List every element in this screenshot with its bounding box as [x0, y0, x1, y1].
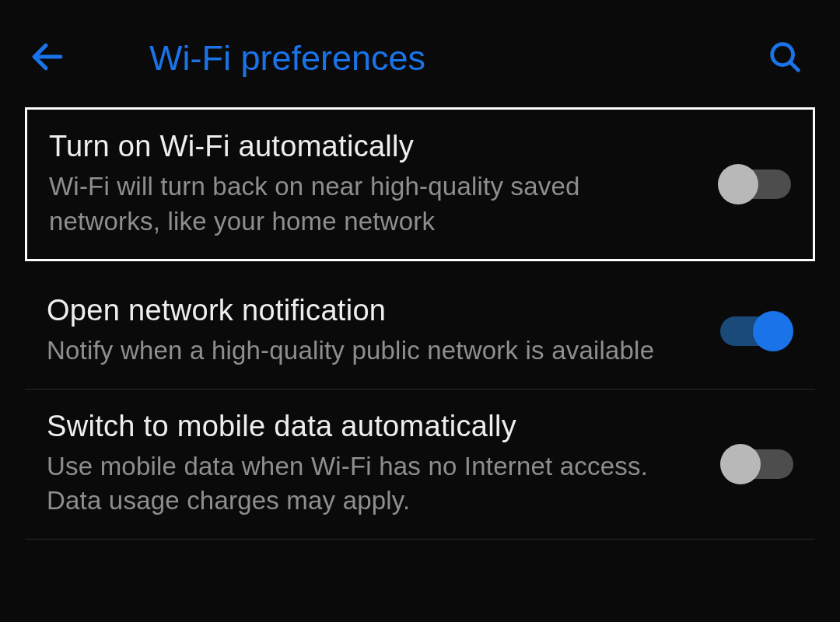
setting-text: Switch to mobile data automatically Use …: [47, 410, 720, 519]
search-icon[interactable]: [767, 39, 803, 78]
toggle-switch-to-mobile-data[interactable]: [720, 444, 793, 484]
setting-description: Notify when a high-quality public networ…: [47, 334, 689, 369]
header: Wi-Fi preferences: [0, 0, 840, 107]
setting-switch-to-mobile-data[interactable]: Switch to mobile data automatically Use …: [25, 390, 815, 540]
svg-line-2: [790, 62, 799, 71]
setting-title: Open network notification: [47, 294, 689, 327]
setting-text: Turn on Wi-Fi automatically Wi-Fi will t…: [49, 130, 718, 239]
toggle-turn-on-wifi-automatically[interactable]: [718, 164, 791, 204]
setting-description: Wi-Fi will turn back on near high-qualit…: [49, 169, 687, 239]
setting-title: Turn on Wi-Fi automatically: [49, 130, 687, 163]
setting-description: Use mobile data when Wi-Fi has no Intern…: [47, 449, 689, 519]
setting-text: Open network notification Notify when a …: [47, 294, 720, 369]
toggle-open-network-notification[interactable]: [720, 311, 793, 351]
back-icon[interactable]: [28, 37, 67, 79]
setting-turn-on-wifi-automatically[interactable]: Turn on Wi-Fi automatically Wi-Fi will t…: [25, 107, 815, 261]
settings-list: Turn on Wi-Fi automatically Wi-Fi will t…: [0, 107, 840, 540]
setting-open-network-notification[interactable]: Open network notification Notify when a …: [25, 274, 815, 390]
setting-title: Switch to mobile data automatically: [47, 410, 689, 443]
page-title: Wi-Fi preferences: [149, 38, 767, 79]
